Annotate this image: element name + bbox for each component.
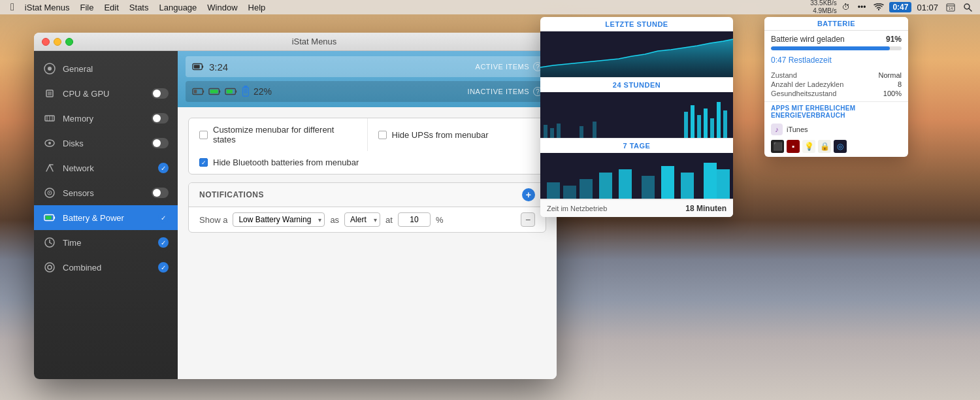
menu-window[interactable]: Window: [202, 0, 242, 14]
svg-rect-6: [544, 125, 547, 138]
sidebar-item-memory[interactable]: Memory: [34, 106, 178, 131]
menu-language[interactable]: Language: [154, 0, 202, 14]
as-label: as: [330, 215, 339, 225]
svg-rect-21: [599, 173, 612, 199]
gesundheit-value: 100%: [879, 90, 902, 97]
wifi-icon[interactable]: [871, 3, 887, 11]
battery-info-grid: Zustand Normal Anzahl der Ladezyklen 8 G…: [764, 69, 908, 102]
memory-toggle[interactable]: [152, 113, 169, 124]
inactive-content: 22%: [192, 86, 468, 97]
memory-label: Memory: [63, 114, 145, 124]
remove-notification-button[interactable]: −: [521, 212, 535, 227]
svg-rect-31: [48, 92, 52, 95]
menu-help[interactable]: Help: [243, 0, 271, 14]
itunes-icon: ♪: [771, 124, 783, 135]
sensors-toggle[interactable]: [152, 188, 169, 198]
svg-rect-58: [210, 90, 218, 93]
battery-charge-pct: 91%: [886, 35, 902, 44]
apple-menu[interactable]: : [5, 0, 20, 14]
chart-area-2: [540, 92, 733, 138]
battery-icon: [43, 211, 56, 224]
gesundheit-label: Gesundheitszustand: [771, 90, 877, 97]
svg-rect-51: [202, 65, 203, 68]
battery-time-badge[interactable]: 0:47: [889, 2, 911, 12]
hide-bluetooth-label: Hide Bluetooth batteries from menubar: [213, 158, 359, 167]
menu-edit[interactable]: Edit: [99, 0, 123, 14]
hide-bluetooth-checkbox[interactable]: ✓: [199, 158, 208, 167]
add-notification-button[interactable]: +: [522, 188, 535, 201]
itunes-app-row: ♪ iTunes: [764, 122, 908, 137]
customize-label: Customize menubar for different states: [213, 125, 357, 144]
chart-header-3: 7 TAGE: [540, 139, 733, 153]
svg-rect-19: [563, 186, 576, 199]
time-label: Time: [63, 238, 152, 248]
checkboxes-section: Customize menubar for different states H…: [188, 118, 546, 175]
svg-rect-25: [681, 173, 694, 199]
cpu-label: CPU & GPU: [63, 89, 145, 99]
zustand-value: Normal: [879, 71, 902, 79]
battery-label: Battery & Power: [63, 213, 152, 223]
calendar-icon[interactable]: 14: [943, 3, 958, 12]
svg-point-29: [48, 67, 52, 71]
menu-file[interactable]: File: [75, 0, 99, 14]
itunes-name: iTunes: [787, 125, 808, 133]
customize-checkbox[interactable]: [199, 131, 208, 139]
icon-lock[interactable]: 🔒: [818, 140, 831, 153]
svg-rect-23: [642, 176, 655, 199]
battery-check: ✓: [158, 212, 169, 223]
sensors-label: Sensors: [63, 188, 145, 198]
menubar-right: 33.5KB/s4.9MB/s ⏱ ••• 0:47 01:07 14: [810, 0, 980, 15]
memory-icon: [43, 112, 56, 125]
ladezyklen-value: 8: [879, 80, 902, 88]
svg-rect-43: [54, 216, 55, 219]
disks-toggle[interactable]: [152, 138, 169, 148]
battery-charge-label: Batterie wird geladen: [771, 35, 881, 44]
hide-bluetooth-row: ✓ Hide Bluetooth batteries from menubar: [189, 151, 546, 174]
icon-black1[interactable]: ⬛: [771, 140, 784, 153]
maximize-button[interactable]: [65, 38, 73, 46]
icon-bulb[interactable]: 💡: [802, 140, 815, 153]
menubar-left:  iStat Menus File Edit Stats Language W…: [0, 0, 270, 14]
istat-menubar-icon[interactable]: ⏱: [840, 3, 853, 12]
svg-rect-61: [227, 90, 233, 93]
battery-progress-fill: [771, 46, 890, 50]
close-button[interactable]: [42, 38, 50, 46]
battery-charge-row: Batterie wird geladen 91%: [764, 31, 908, 45]
ladezyklen-label: Anzahl der Ladezyklen: [771, 80, 877, 88]
chart-header-2: 24 STUNDEN: [540, 78, 733, 92]
svg-line-47: [50, 242, 52, 244]
svg-rect-27: [717, 169, 730, 199]
active-label: ACTIVE ITEMS: [476, 63, 529, 71]
search-icon[interactable]: [960, 3, 975, 12]
icon-red[interactable]: ▪: [787, 140, 800, 153]
alert-type-wrapper: Alert: [344, 212, 380, 227]
sidebar-item-battery[interactable]: Battery & Power ✓: [34, 205, 178, 230]
inactive-label: INACTIVE ITEMS: [468, 88, 529, 95]
chart-section-3: 7 TAGE: [540, 139, 733, 199]
sidebar-item-combined[interactable]: Combined ✓: [34, 255, 178, 280]
warning-type-select[interactable]: Low Battery Warning: [233, 212, 325, 227]
sidebar-item-network[interactable]: Network ✓: [34, 156, 178, 180]
sidebar-item-time[interactable]: Time ✓: [34, 230, 178, 255]
active-content: 3:24: [192, 61, 476, 73]
cpu-toggle[interactable]: [152, 88, 169, 99]
sidebar-item-general[interactable]: General: [34, 56, 178, 81]
icon-circle[interactable]: ◎: [834, 140, 847, 153]
notification-value-input[interactable]: 10: [398, 212, 431, 227]
hide-ups-checkbox[interactable]: [378, 131, 387, 139]
sidebar-item-disks[interactable]: Disks: [34, 131, 178, 156]
minimize-button[interactable]: [54, 38, 61, 46]
sidebar-item-cpu-gpu[interactable]: CPU & GPU: [34, 81, 178, 106]
chart-section-1: LETZTE STUNDE: [540, 17, 733, 78]
sidebar-item-sensors[interactable]: Sensors: [34, 180, 178, 205]
svg-rect-18: [547, 182, 560, 199]
alert-type-select[interactable]: Alert: [344, 212, 380, 227]
active-time: 3:24: [209, 61, 228, 73]
app-menu-istat[interactable]: iStat Menus: [20, 0, 75, 14]
dots-icon[interactable]: •••: [855, 3, 869, 12]
notifications-section: NOTIFICATIONS + Show a Low Battery Warni…: [188, 182, 546, 233]
svg-rect-12: [691, 105, 694, 138]
network-label: Network: [63, 163, 152, 173]
notifications-header: NOTIFICATIONS +: [189, 183, 546, 207]
menu-stats[interactable]: Stats: [124, 0, 154, 14]
